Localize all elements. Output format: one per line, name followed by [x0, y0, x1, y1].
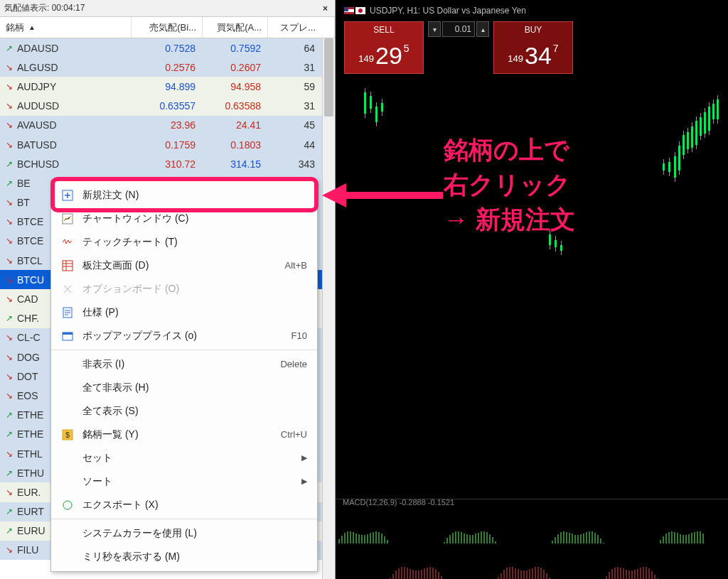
trend-up-icon: ↗	[6, 429, 13, 439]
menu-item[interactable]: 板注文画面 (D)Alt+B	[51, 254, 317, 277]
cell-bid: 0.7528	[132, 43, 203, 54]
submenu-arrow-icon: ▶	[301, 453, 307, 462]
cell-ask: 24.41	[203, 119, 268, 131]
col-symbol[interactable]: 銘柄▲	[0, 17, 132, 38]
svg-point-8	[63, 501, 72, 509]
trend-down-icon: ↘	[6, 545, 13, 555]
scroll-thumb[interactable]	[324, 38, 333, 117]
annotation-text: 銘柄の上で 右クリック → 新規注文	[444, 132, 575, 237]
menu-shortcut: Delete	[280, 359, 307, 369]
blank-icon	[61, 405, 74, 418]
menu-label: 板注文画面 (D)	[82, 259, 277, 272]
trend-down-icon: ↘	[6, 120, 13, 130]
menu-label: ソート	[82, 475, 293, 488]
scrollbar[interactable]	[322, 38, 335, 579]
popup-icon	[61, 330, 74, 342]
trend-up-icon: ↗	[6, 43, 13, 53]
symbol-flags-icon	[344, 7, 365, 14]
cell-ask: 314.15	[203, 158, 268, 170]
blank-icon	[61, 551, 74, 563]
menu-item[interactable]: 全て表示 (S)	[51, 399, 317, 423]
blank-icon	[61, 475, 74, 488]
table-row[interactable]: ↘AUDUSD0.635570.6358831	[0, 97, 335, 116]
menu-item[interactable]: 非表示 (I)Delete	[51, 352, 317, 376]
svg-rect-2	[63, 261, 73, 271]
trend-down-icon: ↘	[6, 294, 13, 304]
menu-item[interactable]: ソート▶	[51, 470, 317, 493]
menu-label: チャートウィンドウ (C)	[82, 212, 307, 225]
trend-down-icon: ↘	[6, 449, 13, 459]
trend-down-icon: ↘	[6, 82, 13, 92]
cell-bid: 310.72	[132, 158, 203, 170]
cell-ask: 0.63588	[203, 100, 268, 112]
table-row[interactable]: ↘ALGUSD0.25760.260731	[0, 58, 335, 77]
volume-down-button[interactable]: ▾	[428, 21, 441, 37]
buy-label: BUY	[494, 22, 572, 38]
blank-icon	[61, 358, 74, 371]
cell-ask: 0.2607	[203, 62, 268, 73]
menu-item[interactable]: エクスポート (X)	[51, 493, 317, 516]
menu-label: 新規注文 (N)	[82, 189, 307, 202]
menu-label: 全て表示 (S)	[82, 405, 307, 418]
blank-icon	[61, 527, 74, 540]
chart-panel: USDJPY, H1: US Dollar vs Japanese Yen SE…	[336, 0, 728, 579]
table-header: 銘柄▲ 売気配(Bi... 買気配(A... スプレ...	[0, 17, 335, 38]
blank-icon	[61, 452, 74, 465]
cell-bid: 23.96	[132, 119, 203, 131]
cell-symbol: ↘BATUSD	[0, 139, 132, 151]
menu-label: エクスポート (X)	[82, 499, 307, 512]
buy-button[interactable]: BUY 149 34 7	[493, 21, 573, 74]
volume-up-button[interactable]: ▴	[476, 21, 489, 37]
table-row[interactable]: ↗ADAUSD0.75280.759264	[0, 38, 335, 58]
cell-symbol: ↘AVAUSD	[0, 119, 132, 131]
sort-asc-icon: ▲	[28, 23, 36, 31]
blank-icon	[61, 382, 74, 394]
cell-ask: 0.7592	[203, 43, 268, 54]
trend-up-icon: ↗	[6, 526, 13, 536]
col-ask[interactable]: 買気配(A...	[203, 17, 268, 38]
panel-title-bar: 気配値表示: 00:04:17 ×	[0, 0, 335, 17]
trend-down-icon: ↘	[6, 487, 13, 497]
trend-down-icon: ↘	[6, 352, 13, 362]
cell-symbol: ↘ALGUSD	[0, 62, 132, 73]
menu-item[interactable]: セット▶	[51, 446, 317, 470]
sell-button[interactable]: SELL 149 29 5	[344, 21, 424, 74]
col-bid[interactable]: 売気配(Bi...	[132, 17, 203, 38]
chart-title: USDJPY, H1: US Dollar vs Japanese Yen	[344, 6, 526, 16]
menu-item[interactable]: ティックチャート (T)	[51, 230, 317, 254]
plus-icon	[61, 189, 74, 202]
menu-item[interactable]: ポップアッププライス (o)F10	[51, 324, 317, 347]
menu-item[interactable]: システムカラーを使用 (L)	[51, 521, 317, 545]
menu-item[interactable]: 仕様 (P)	[51, 301, 317, 324]
close-icon[interactable]: ×	[320, 4, 331, 13]
menu-item[interactable]: $銘柄一覧 (Y)Ctrl+U	[51, 423, 317, 446]
trend-down-icon: ↘	[6, 140, 13, 150]
cell-bid: 94.899	[132, 81, 203, 92]
table-row[interactable]: ↘AVAUSD23.9624.4145	[0, 116, 335, 135]
tick-chart-icon	[61, 236, 74, 249]
macd-label: MACD(12,26,9) -0.2888 -0.1521	[343, 498, 454, 507]
cell-bid: 0.2576	[132, 62, 203, 73]
cell-symbol: ↗BCHUSD	[0, 158, 132, 170]
table-row[interactable]: ↘AUDJPY94.89994.95859	[0, 77, 335, 96]
trend-up-icon: ↗	[6, 468, 13, 478]
context-menu: 新規注文 (N)チャートウィンドウ (C)ティックチャート (T)板注文画面 (…	[50, 180, 318, 572]
menu-item[interactable]: ミリ秒を表示する (M)	[51, 545, 317, 568]
col-spread[interactable]: スプレ...	[268, 17, 335, 38]
trend-up-icon: ↗	[6, 178, 13, 188]
cell-symbol: ↘AUDJPY	[0, 81, 132, 92]
table-row[interactable]: ↗BCHUSD310.72314.15343	[0, 154, 335, 173]
macd-indicator	[336, 508, 728, 579]
trend-down-icon: ↘	[6, 101, 13, 111]
cell-bid: 0.1759	[132, 139, 203, 151]
menu-item[interactable]: 全て非表示 (H)	[51, 376, 317, 399]
menu-label: 非表示 (I)	[82, 358, 272, 371]
volume-input[interactable]	[442, 21, 475, 37]
menu-item[interactable]: 新規注文 (N)	[51, 183, 317, 207]
cell-symbol: ↘AUDUSD	[0, 100, 132, 112]
table-row[interactable]: ↘BATUSD0.17590.180344	[0, 135, 335, 154]
chart-window-icon	[61, 212, 74, 225]
menu-item[interactable]: チャートウィンドウ (C)	[51, 207, 317, 230]
cell-ask: 94.958	[203, 81, 268, 92]
panel-title: 気配値表示: 00:04:17	[4, 2, 85, 14]
